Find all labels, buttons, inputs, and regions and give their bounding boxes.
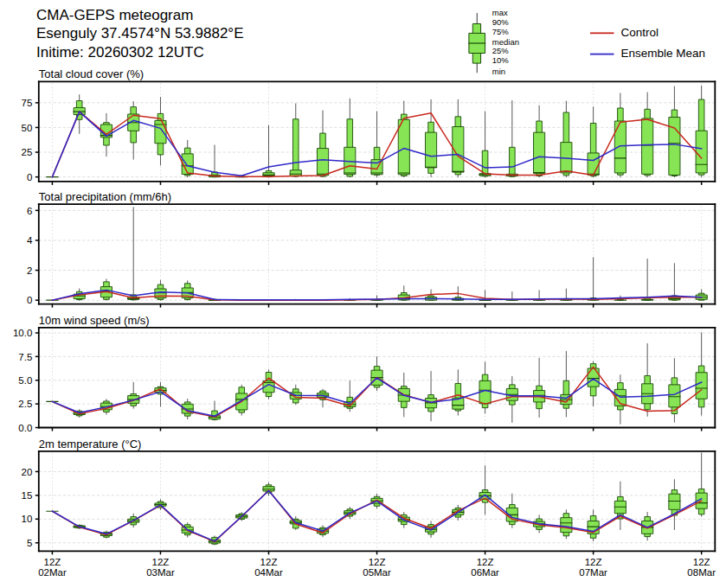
svg-text:20: 20 [22,467,33,477]
svg-text:50: 50 [22,123,33,133]
svg-text:0: 0 [27,172,32,182]
svg-text:12Z: 12Z [369,557,386,567]
svg-text:15: 15 [22,490,33,501]
svg-text:03Mar: 03Mar [146,567,175,578]
svg-text:Control: Control [621,26,659,39]
svg-text:25%: 25% [492,46,510,55]
svg-text:6: 6 [27,206,32,216]
svg-text:4: 4 [27,235,33,246]
svg-text:10: 10 [22,514,33,524]
svg-text:min: min [492,67,505,76]
svg-text:10%: 10% [492,55,510,65]
svg-text:2m temperature (°C): 2m temperature (°C) [39,438,142,451]
svg-text:0: 0 [27,295,32,305]
svg-text:2: 2 [27,265,32,276]
svg-text:08Mar: 08Mar [687,567,716,578]
svg-text:90%: 90% [492,17,510,27]
svg-text:5: 5 [27,538,32,548]
svg-text:12Z: 12Z [260,557,278,567]
svg-text:10.0: 10.0 [13,328,32,338]
svg-text:7.5: 7.5 [18,352,32,362]
svg-text:12Z: 12Z [44,557,61,567]
svg-text:07Mar: 07Mar [579,567,607,578]
svg-text:12Z: 12Z [152,557,170,567]
svg-text:10m wind speed (m/s): 10m wind speed (m/s) [39,314,150,327]
svg-text:Total precipitation (mm/6h): Total precipitation (mm/6h) [39,190,171,203]
svg-text:Total cloud cover (%): Total cloud cover (%) [39,67,144,80]
svg-text:75: 75 [22,98,33,108]
svg-text:75%: 75% [492,27,510,36]
svg-text:12Z: 12Z [585,557,602,567]
svg-text:04Mar: 04Mar [254,567,283,578]
svg-text:12Z: 12Z [693,557,710,567]
svg-text:25: 25 [22,147,33,157]
svg-text:05Mar: 05Mar [363,567,391,578]
svg-text:0.0: 0.0 [18,423,32,433]
svg-text:12Z: 12Z [477,557,494,567]
svg-text:06Mar: 06Mar [471,567,499,578]
svg-text:max: max [492,8,508,17]
svg-text:02Mar: 02Mar [38,567,67,578]
svg-text:Esenguly 37.4574°N 53.9882°E: Esenguly 37.4574°N 53.9882°E [36,25,244,42]
svg-text:Ensemble Mean: Ensemble Mean [621,47,706,60]
svg-text:5.0: 5.0 [18,375,32,386]
svg-text:CMA-GEPS meteogram: CMA-GEPS meteogram [36,7,193,23]
svg-text:2.5: 2.5 [18,399,32,409]
svg-text:Initime: 20260302 12UTC: Initime: 20260302 12UTC [36,44,204,61]
